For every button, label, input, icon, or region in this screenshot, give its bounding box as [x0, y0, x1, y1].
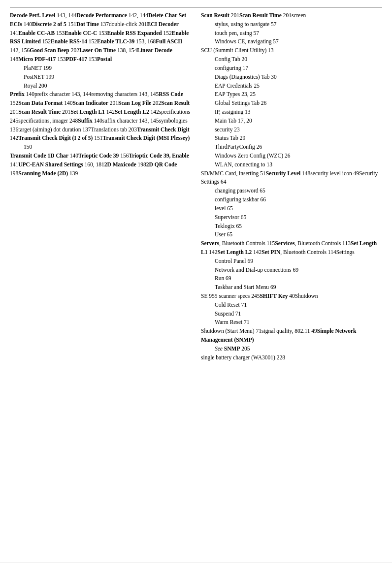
index-entry: Set Length L2 142 [218, 249, 262, 255]
index-entry: SCU (Summit Client Utility) 13 [201, 47, 274, 53]
index-entry: User 65 [201, 230, 382, 239]
index-entry: screen [292, 12, 306, 18]
index-entry: security level icon 49 [310, 170, 359, 176]
index-entry: Taskbar and Start Menu 69 [201, 283, 382, 292]
index-entry: Scan Result Time 201 [18, 109, 70, 115]
index-entry: Royal 200 [10, 82, 191, 91]
page-footer [0, 563, 392, 571]
index-entry: Network and Dial-up connections 69 [201, 266, 382, 275]
index-entry: Scanning Mode (2D) 139 [18, 170, 78, 176]
index-entry: Discrete 2 of 5 151 [32, 21, 76, 27]
index-entry: single battery charger (WA3001) 228 [201, 354, 285, 360]
index-entry: suffix character 143, 145 [102, 118, 159, 124]
index-entry: Security Level 148 [266, 170, 311, 176]
index-entry: Shutdown (Start Menu) 71 [201, 328, 261, 334]
index-entry: EAP Types 23, 25 [201, 90, 382, 99]
index-entry: PDF-417 153 [65, 56, 97, 62]
index-entry: Transmit Code 1D Char 140 [10, 153, 78, 159]
index-entry: SD/MMC Card, inserting 51 [201, 170, 266, 176]
index-entry: signal quality, 802.11 49 [261, 328, 317, 334]
index-entry: 150 [10, 143, 191, 152]
index-entry: Scan Log File 202 [118, 100, 161, 106]
index-entry: configuring 17 [201, 64, 382, 73]
index-entry: Transmit Check Digit (MSI Plessey) [103, 135, 190, 141]
page: Decode Perf. Level 143, 144Decode Perfor… [0, 0, 392, 577]
index-entry: See SNMP 205 [201, 345, 382, 353]
index-entry: WLAN, connecting to 13 [201, 160, 382, 169]
index-entry: Services, Bluetooth Controls 113 [275, 240, 351, 246]
index-entry: Windows Zero Config (WZC) 26 [201, 152, 382, 160]
index-entry: Global Settings Tab 26 [201, 99, 382, 108]
index-entry: Dot Time 137 [76, 21, 109, 27]
index-entry: prefix character 143, 144 [34, 91, 92, 97]
index-entry: ThirdPartyConfig 26 [201, 143, 382, 152]
index-entry: SHIFT Key 40 [260, 293, 294, 299]
index-entry: EAP Credentials 25 [201, 82, 382, 91]
index-entry: Set Length L1 142 [70, 109, 115, 115]
index-entry: target (aiming) dot duration 137 [18, 127, 91, 132]
index-entry: Trioptic Code 39 156 [78, 153, 129, 159]
index-entry: Scan Result 201 [201, 12, 239, 18]
index-entry: SE 955 scanner specs 245 [201, 293, 260, 299]
index-entry: Enable TLC-39 153, 168 [97, 38, 156, 44]
index-entry: 2D Maxicode 198 [104, 161, 146, 167]
index-entry: Cold Reset 71 [201, 301, 382, 310]
index-entry: specifications, imager 248 [18, 118, 78, 124]
index-entry: Scan Data Format 140 [18, 100, 72, 106]
index-entry: Enable RSS Expanded 152 [107, 30, 171, 36]
index-entry: Windows CE, navigating 57 [201, 37, 382, 46]
index-entry: Enable CC-C 153 [65, 30, 107, 36]
index-entry: Config Tab 20 [201, 55, 382, 64]
index-entry: Transmit Check Digit (I 2 of 5) 151 [18, 135, 102, 141]
index-entry: Scan Result Time 201 [239, 12, 292, 18]
index-entry: IP, assigning 13 [201, 108, 382, 117]
index-columns: Decode Perf. Level 143, 144Decode Perfor… [10, 11, 382, 362]
index-entry: UPC-EAN Shared Settings 160, 181 [18, 161, 104, 167]
index-entry: Micro PDF-417 153 [18, 56, 65, 62]
index-entry: Warm Reset 71 [201, 318, 382, 327]
index-entry: Decode Perf. Level 143, 144 [10, 12, 76, 18]
index-entry: Main Tab 17, 20 [201, 117, 382, 126]
index-entry: Set PIN, Bluetooth Controls 114 [261, 249, 336, 255]
index-entry: Shutdown [295, 293, 318, 299]
index-entry: PostNET 199 [10, 73, 191, 82]
index-entry: Supervisor 65 [201, 213, 382, 222]
index-entry: Enable CC-AB 153 [18, 30, 65, 36]
index-entry: level 65 [201, 204, 382, 213]
index-entry: configuring taskbar 66 [201, 195, 382, 204]
page-header [10, 5, 382, 7]
index-entry: Decode Performance 142, 144 [76, 12, 148, 18]
index-entry: Status Tab 29 [201, 134, 382, 143]
index-entry: Diags (Diagnostics) Tab 30 [201, 73, 382, 82]
index-entry: removing characters 143, 145 [92, 91, 159, 97]
index-entry: Set Length L2 142 [115, 109, 159, 115]
index-entry: Teklogix 65 [201, 222, 382, 231]
index-entry: Translations tab 203 [91, 127, 137, 132]
index-entry: Scan Indicator 201 [72, 100, 118, 106]
index-entry: Control Panel 69 [201, 257, 382, 266]
index-entry: double-click 201 [109, 21, 147, 27]
index-entry: touch pen, using 57 [201, 29, 382, 38]
index-entry: Laser On Time 138, 154 [79, 47, 137, 53]
index-entry: Suspend 71 [201, 310, 382, 319]
index-entry: Servers, Bluetooth Controls 115 [201, 240, 275, 246]
index-entry: PlaNET 199 [10, 64, 191, 73]
index-entry: Suffix 140 [78, 118, 102, 124]
index-entry: Prefix 140 [10, 91, 34, 97]
index-entry: Postal [97, 56, 112, 62]
index-entry: changing password 65 [201, 187, 382, 195]
index-entry: Good Scan Beep 202 [30, 47, 79, 53]
index-entry: stylus, using to navigate 57 [201, 20, 382, 29]
index-entry: Enable RSS-14 152 [51, 38, 97, 44]
index-entry: security 23 [201, 126, 382, 134]
index-entry: Settings [336, 249, 355, 255]
right-column: Scan Result 201Scan Result Time 201scree… [201, 11, 382, 362]
index-entry: Run 69 [201, 274, 382, 283]
left-column: Decode Perf. Level 143, 144Decode Perfor… [10, 11, 191, 362]
